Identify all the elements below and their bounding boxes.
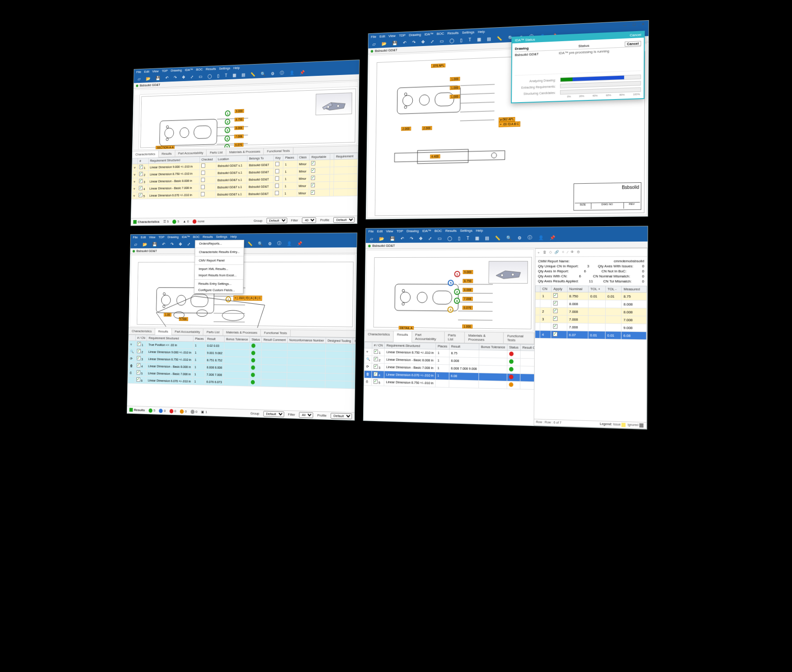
minimize-button[interactable]: — (622, 22, 628, 27)
menu-edit[interactable]: Edit (141, 235, 146, 239)
pan-icon[interactable]: ✥ (180, 74, 186, 80)
undo-icon[interactable]: ↶ (164, 75, 170, 81)
table-icon[interactable]: ▦ (231, 72, 238, 78)
menu-tdp[interactable]: TDP (158, 235, 164, 239)
menu-view[interactable]: View (152, 69, 159, 73)
dimension-label[interactable]: 6.070 (462, 306, 472, 309)
rect-icon[interactable]: ▯ (456, 235, 462, 241)
text-icon[interactable]: T (465, 235, 471, 241)
menu-view[interactable]: View (386, 229, 393, 233)
maximize-button[interactable]: ☐ (631, 22, 636, 27)
dimension-label[interactable]: 1.000 (450, 94, 460, 99)
menu-tdp[interactable]: TDP (162, 69, 168, 73)
menu-item[interactable]: OrdersReports... (195, 240, 244, 247)
menu-ida[interactable]: IDA™ (425, 32, 433, 36)
tab-materials---processes[interactable]: Materials & Processes (465, 332, 504, 343)
menu-edit[interactable]: Edit (377, 229, 383, 233)
tab-functional-tests[interactable]: Functional Tests (264, 147, 294, 154)
tab-materials---processes[interactable]: Materials & Processes (226, 148, 264, 156)
user-icon[interactable]: 👤 (288, 70, 296, 75)
menu-edit[interactable]: Edit (379, 34, 385, 38)
menu-file[interactable]: File (371, 35, 376, 39)
save-icon[interactable]: 💾 (151, 242, 158, 247)
pin-icon[interactable]: 📌 (298, 69, 306, 75)
side-panel-grid[interactable]: CNApplyNominalTOL +TOL -Measured18.7500.… (534, 285, 647, 422)
grid-icon[interactable]: ▤ (240, 72, 246, 78)
dimension-label[interactable]: 8.008 (463, 288, 473, 292)
new-icon[interactable]: ▱ (136, 76, 142, 82)
balloon-icon[interactable]: ◯ (448, 37, 456, 43)
eye-icon[interactable]: 👁 (571, 250, 574, 255)
model-thumbnail[interactable] (600, 55, 641, 79)
results-grid[interactable]: # / CNRequirement StructuredPlacesResult… (127, 334, 355, 412)
profile-select[interactable]: Default (331, 413, 352, 419)
save-icon[interactable]: 💾 (154, 75, 161, 81)
table-row[interactable]: 18.7500.010.018.75 (535, 292, 647, 300)
open-icon[interactable]: 📂 (141, 242, 148, 247)
measure-icon[interactable]: ▭ (438, 38, 445, 44)
menu-view[interactable]: View (149, 235, 156, 239)
measure-icon[interactable]: ▭ (436, 235, 443, 241)
menu-drawing[interactable]: Drawing (407, 229, 419, 233)
close-button[interactable]: ✕ (640, 21, 646, 26)
characteristics-grid[interactable]: #Requirement StructuredCheckedLocationBe… (131, 153, 358, 218)
model-thumbnail[interactable] (489, 261, 528, 283)
redo-icon[interactable]: ↷ (410, 39, 417, 45)
dimension-label[interactable]: 7.008 (234, 134, 243, 138)
menu-item[interactable]: Characteristic Results Entry... (195, 249, 244, 255)
dimension-label[interactable]: SECTION A-A (156, 146, 175, 150)
results-menu-dropdown[interactable]: OrdersReports...Characteristic Results E… (194, 240, 244, 294)
table-row[interactable]: 37.0087.008 (535, 315, 646, 324)
balloon-1[interactable]: 1 (454, 271, 460, 277)
pin-icon[interactable]: 📌 (296, 241, 303, 246)
menu-help[interactable]: Help (476, 228, 483, 232)
balloon-5[interactable]: 5 (448, 280, 454, 286)
dimension-label[interactable]: 4.400 (430, 154, 440, 159)
dimension-label[interactable]: 1.000 (462, 324, 472, 328)
menu-item[interactable]: Import Results from Excel... (195, 272, 243, 279)
pin-icon[interactable]: 📌 (548, 235, 557, 241)
balloon-icon[interactable]: ◯ (206, 73, 214, 79)
menu-boc[interactable]: BOC (435, 229, 442, 233)
search-icon[interactable]: 🔍 (256, 241, 264, 246)
menu-item[interactable]: Results Entry Settings... (194, 281, 243, 287)
group-select[interactable]: Default (266, 218, 287, 224)
trash-icon[interactable]: 🗑 (543, 250, 546, 255)
tab-functional-tests[interactable]: Functional Tests (261, 330, 291, 337)
menu-tdp[interactable]: TDP (399, 33, 406, 38)
tag-icon[interactable]: ◇ (549, 250, 552, 255)
open-icon[interactable]: 📂 (377, 236, 385, 242)
menu-settings[interactable]: Settings (460, 229, 472, 233)
tab-part-accountability[interactable]: Part Accountability (171, 328, 203, 335)
menu-boc[interactable]: BOC (196, 68, 203, 71)
info-icon[interactable]: ⓘ (276, 240, 283, 247)
menu-edit[interactable]: Edit (144, 70, 149, 74)
table-row[interactable]: 7.0089.008 (535, 323, 646, 332)
pin-icon[interactable]: 📌 (549, 32, 558, 39)
zoom-icon[interactable]: ⤢ (186, 241, 192, 247)
settings2-icon[interactable]: ⚙ (269, 71, 276, 76)
redo-icon[interactable]: ↷ (169, 241, 175, 246)
table-row[interactable]: 27.0088.008 (535, 307, 646, 316)
menu-ida[interactable]: IDA™ (422, 229, 432, 233)
user-icon[interactable]: 👤 (285, 241, 293, 246)
settings2-icon[interactable]: ⚙ (516, 235, 523, 240)
text-icon[interactable]: T (223, 72, 229, 78)
dimension-label[interactable]: ⌖ .03 ⓜ A B C (499, 121, 521, 128)
settings2-icon[interactable]: ⚙ (267, 241, 274, 246)
grid-icon[interactable]: ▤ (483, 235, 491, 241)
table-icon[interactable]: ▦ (475, 36, 483, 42)
menu-boc[interactable]: BOC (437, 31, 444, 36)
menu-boc[interactable]: BOC (193, 235, 200, 239)
zoom-icon[interactable]: ⤢ (427, 235, 434, 241)
menu-file[interactable]: File (368, 229, 374, 233)
new-icon[interactable]: ▱ (368, 236, 375, 242)
menu-results[interactable]: Results (206, 67, 216, 71)
tab-materials---processes[interactable]: Materials & Processes (223, 329, 261, 336)
undo-icon[interactable]: ↶ (399, 235, 406, 241)
dimension-label[interactable]: 9.000 (463, 270, 473, 274)
menu-view[interactable]: View (389, 34, 396, 38)
dimension-label[interactable]: DETAIL A (399, 326, 414, 330)
open-icon[interactable]: 📂 (144, 75, 152, 81)
settings2-icon[interactable]: ⚙ (517, 34, 525, 40)
